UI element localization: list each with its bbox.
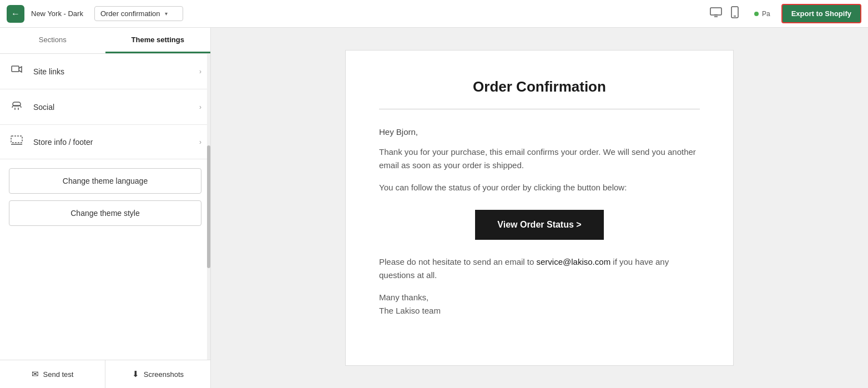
app-name: New York - Dark	[31, 9, 83, 18]
export-to-shopify-button[interactable]: Export to Shopify	[781, 4, 861, 23]
sidebar-menu: Site links › Social ›	[0, 54, 210, 360]
sidebar-footer: ✉ Send test ⬇ Screenshots	[0, 360, 210, 388]
change-theme-language-button[interactable]: Change theme language	[9, 168, 201, 194]
screenshots-icon: ⬇	[132, 369, 139, 379]
svg-rect-5	[12, 66, 19, 72]
email-preview-area: Order Confirmation Hey Bjorn, Thank you …	[211, 28, 868, 388]
tab-sections[interactable]: Sections	[0, 28, 105, 53]
svg-rect-0	[710, 8, 721, 15]
email-title: Order Confirmation	[379, 78, 700, 95]
social-chevron-icon: ›	[199, 103, 201, 111]
email-body-paragraph-1: Thank you for your purchase, this email …	[379, 145, 700, 172]
send-test-icon: ✉	[32, 369, 39, 379]
send-test-label: Send test	[43, 370, 74, 379]
device-toggle-group	[710, 6, 739, 21]
email-greeting: Hey Bjorn,	[379, 127, 700, 137]
change-theme-style-button[interactable]: Change theme style	[9, 200, 201, 226]
view-order-status-button[interactable]: View Order Status >	[475, 210, 603, 240]
sidebar-item-store-info-label: Store info / footer	[33, 138, 190, 147]
screenshots-label: Screenshots	[144, 370, 184, 379]
back-icon: ←	[11, 9, 20, 19]
screenshots-button[interactable]: ⬇ Screenshots	[105, 360, 210, 388]
email-sign-off: Many thanks, The Lakiso team	[379, 291, 700, 318]
svg-rect-7	[11, 136, 22, 143]
publish-status: Pa	[754, 10, 770, 18]
status-label: Pa	[762, 10, 770, 18]
email-body-paragraph-2: You can follow the status of your order …	[379, 181, 700, 194]
desktop-view-button[interactable]	[710, 7, 722, 20]
store-info-chevron-icon: ›	[199, 138, 201, 146]
tab-theme-settings[interactable]: Theme settings	[105, 28, 211, 53]
sign-off-line1: Many thanks,	[379, 291, 700, 304]
main-content: Sections Theme settings Site links ›	[0, 28, 868, 388]
sidebar-scrollbar-thumb[interactable]	[207, 145, 210, 268]
social-icon	[9, 99, 24, 114]
sidebar-item-site-links-label: Site links	[33, 67, 190, 76]
email-service-text: Please do not hesitate to send an email …	[379, 255, 700, 282]
site-links-chevron-icon: ›	[199, 68, 201, 75]
email-cta-wrapper: View Order Status >	[379, 210, 700, 240]
sign-off-line2: The Lakiso team	[379, 304, 700, 318]
email-body: Thank you for your purchase, this email …	[379, 145, 700, 194]
send-test-button[interactable]: ✉ Send test	[0, 360, 105, 388]
change-buttons-group: Change theme language Change theme style	[0, 159, 210, 235]
service-text-before: Please do not hesitate to send an email …	[379, 257, 537, 266]
service-email-link[interactable]: service@lakiso.com	[537, 257, 611, 266]
topbar: ← New York - Dark Order confirmation ▾ P…	[0, 0, 868, 28]
email-divider	[379, 109, 700, 109]
status-dot	[754, 12, 759, 16]
mobile-view-button[interactable]	[731, 6, 739, 21]
sidebar: Sections Theme settings Site links ›	[0, 28, 211, 388]
sidebar-item-site-links[interactable]: Site links ›	[0, 54, 210, 89]
template-dropdown[interactable]: Order confirmation ▾	[94, 6, 183, 21]
template-dropdown-label: Order confirmation	[100, 9, 160, 18]
dropdown-chevron-icon: ▾	[165, 11, 168, 17]
sidebar-item-social[interactable]: Social ›	[0, 89, 210, 125]
sidebar-scrollable-area: Site links › Social ›	[0, 54, 210, 360]
sidebar-scrollbar-track	[207, 54, 210, 360]
sidebar-tabs: Sections Theme settings	[0, 28, 210, 54]
sidebar-item-store-info-footer[interactable]: Store info / footer ›	[0, 125, 210, 159]
email-container: Order Confirmation Hey Bjorn, Thank you …	[345, 50, 734, 366]
sidebar-item-social-label: Social	[33, 103, 190, 112]
app-logo[interactable]: ←	[7, 5, 24, 23]
store-info-icon	[9, 135, 24, 149]
site-links-icon	[9, 64, 24, 79]
